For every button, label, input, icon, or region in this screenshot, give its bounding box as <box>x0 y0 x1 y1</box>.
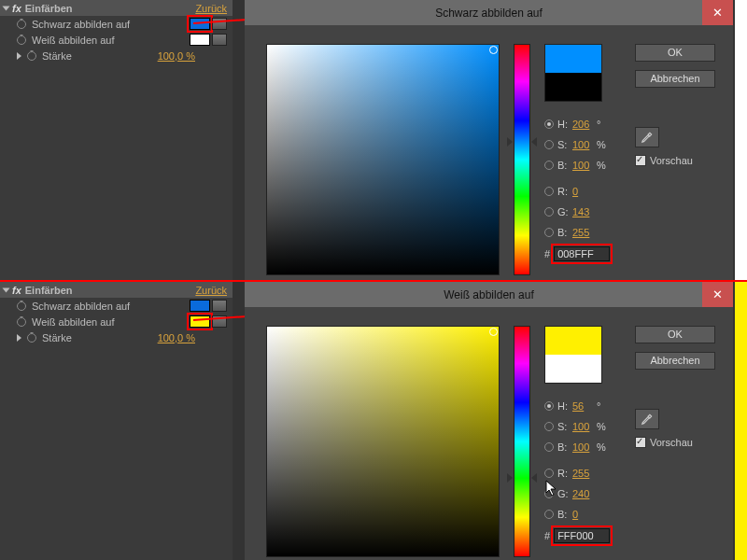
close-button[interactable]: ✕ <box>702 282 733 307</box>
chevron-right-icon <box>17 334 21 342</box>
color-field[interactable] <box>266 44 500 275</box>
radio-b[interactable] <box>544 442 554 452</box>
numeric-values: H:56° S:100% B:100% R:255 G:240 B:0 #FFF… <box>544 396 610 543</box>
hue-slider[interactable] <box>514 44 530 275</box>
stopwatch-icon[interactable] <box>27 333 36 343</box>
color-field[interactable] <box>266 326 500 557</box>
radio-r[interactable] <box>544 469 554 478</box>
cursor-icon <box>545 480 558 497</box>
effect-panel: fx Einfärben Zurück Schwarz abbilden auf… <box>0 282 233 560</box>
hex-input[interactable]: FFF000 <box>554 528 610 543</box>
prop-label: Schwarz abbilden auf <box>32 301 130 312</box>
reset-link[interactable]: Zurück <box>195 285 227 296</box>
result-preview-strip <box>735 0 747 280</box>
color-swatch-black[interactable] <box>190 300 210 312</box>
preview-new <box>545 45 601 73</box>
color-picker-dialog: Schwarz abbilden auf ✕ OK Abbrechen Vors… <box>245 0 733 280</box>
preview-checkbox[interactable]: Vorschau <box>635 155 693 166</box>
preview-new <box>545 327 601 355</box>
radio-r[interactable] <box>544 187 554 196</box>
dialog-title: Weiß abbilden auf <box>245 282 733 307</box>
preview-old[interactable] <box>545 355 601 383</box>
radio-s[interactable] <box>544 140 554 149</box>
prop-value[interactable]: 100,0 % <box>158 50 195 62</box>
dialog-title: Schwarz abbilden auf <box>245 0 733 25</box>
fx-icon: fx <box>12 3 21 14</box>
radio-h[interactable] <box>544 401 554 411</box>
stopwatch-icon[interactable] <box>17 35 26 45</box>
link-icon[interactable] <box>212 34 227 46</box>
value-g[interactable]: 240 <box>572 488 593 499</box>
value-bv[interactable]: 100 <box>572 160 593 171</box>
prop-label: Schwarz abbilden auf <box>32 19 130 30</box>
prop-value[interactable]: 100,0 % <box>158 332 195 343</box>
chevron-down-icon <box>3 287 10 292</box>
prop-label: Stärke <box>42 332 72 343</box>
hue-slider-thumb[interactable] <box>531 137 537 147</box>
ok-button[interactable]: OK <box>635 326 715 343</box>
prop-row-white: Weiß abbilden auf <box>0 32 233 48</box>
value-s[interactable]: 100 <box>572 421 593 432</box>
value-h[interactable]: 206 <box>572 119 593 130</box>
result-preview-strip <box>735 282 747 560</box>
value-bv[interactable]: 100 <box>572 441 593 453</box>
cancel-button[interactable]: Abbrechen <box>635 70 715 88</box>
prop-row-black: Schwarz abbilden auf <box>0 298 233 314</box>
radio-bl[interactable] <box>544 228 554 237</box>
radio-s[interactable] <box>544 422 554 431</box>
hue-slider[interactable] <box>514 326 530 557</box>
prop-label: Stärke <box>42 50 72 62</box>
prop-row-strength: Stärke 100,0 % <box>0 48 233 63</box>
prop-label: Weiß abbilden auf <box>32 316 114 328</box>
checkbox-icon[interactable] <box>635 155 646 166</box>
preview-old[interactable] <box>545 73 601 101</box>
radio-h[interactable] <box>544 119 554 129</box>
value-bl[interactable]: 0 <box>572 509 593 520</box>
prop-row-white: Weiß abbilden auf <box>0 314 233 329</box>
hex-input[interactable]: 008FFF <box>554 246 610 261</box>
hue-slider-thumb[interactable] <box>507 137 513 147</box>
value-bl[interactable]: 255 <box>572 227 593 238</box>
ok-button[interactable]: OK <box>635 44 715 62</box>
preview-checkbox[interactable]: Vorschau <box>635 437 693 448</box>
value-h[interactable]: 56 <box>572 400 593 412</box>
radio-g[interactable] <box>544 207 554 217</box>
radio-bl[interactable] <box>544 510 554 519</box>
radio-b[interactable] <box>544 161 554 170</box>
hue-slider-thumb[interactable] <box>531 473 537 483</box>
close-button[interactable]: ✕ <box>702 0 733 25</box>
effect-title: Einfärben <box>25 285 73 296</box>
chevron-down-icon <box>3 6 10 10</box>
value-r[interactable]: 255 <box>572 468 593 479</box>
eyedropper-button[interactable] <box>635 127 659 147</box>
eyedropper-button[interactable] <box>635 409 659 429</box>
reset-link[interactable]: Zurück <box>195 3 227 14</box>
color-preview <box>544 44 602 102</box>
checkbox-icon[interactable] <box>635 437 646 448</box>
value-r[interactable]: 0 <box>572 186 593 197</box>
stopwatch-icon[interactable] <box>17 317 26 327</box>
color-swatch-white[interactable] <box>190 34 210 46</box>
prop-row-strength: Stärke 100,0 % <box>0 329 233 345</box>
stopwatch-icon[interactable] <box>17 301 26 311</box>
value-g[interactable]: 143 <box>572 206 593 217</box>
effect-title: Einfärben <box>25 3 73 14</box>
chevron-right-icon <box>17 52 21 60</box>
prop-label: Weiß abbilden auf <box>32 35 114 46</box>
fx-icon: fx <box>12 285 21 296</box>
effect-header[interactable]: fx Einfärben Zurück <box>0 282 233 298</box>
numeric-values: H:206° S:100% B:100% R:0 G:143 B:255 #00… <box>544 114 610 261</box>
effect-panel: fx Einfärben Zurück Schwarz abbilden auf… <box>0 0 233 280</box>
color-preview <box>544 326 602 384</box>
color-field-marker[interactable] <box>489 46 498 54</box>
color-field-marker[interactable] <box>489 328 498 336</box>
link-icon[interactable] <box>212 300 227 312</box>
hue-slider-thumb[interactable] <box>507 473 513 483</box>
stopwatch-icon[interactable] <box>27 51 36 61</box>
stopwatch-icon[interactable] <box>17 20 26 29</box>
value-s[interactable]: 100 <box>572 139 593 150</box>
color-picker-dialog: Weiß abbilden auf ✕ OK Abbrechen Vorscha… <box>245 282 733 560</box>
effect-header[interactable]: fx Einfärben Zurück <box>0 0 233 16</box>
cancel-button[interactable]: Abbrechen <box>635 352 715 370</box>
